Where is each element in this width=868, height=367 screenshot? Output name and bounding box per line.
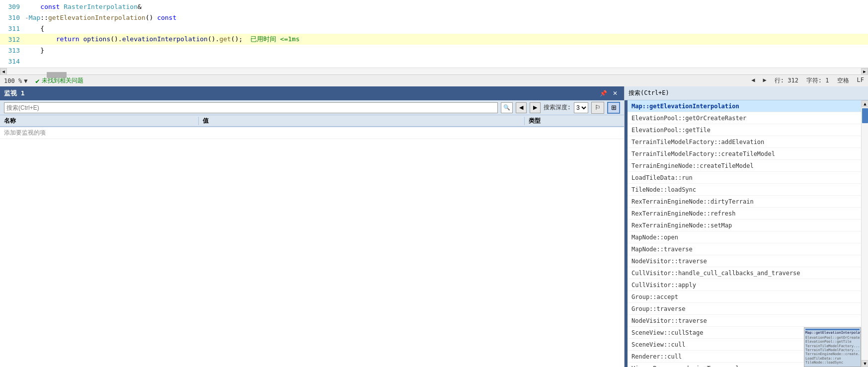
callstack-item[interactable]: TileNode::loadSync — [628, 184, 861, 196]
line-number-311: 311 — [0, 25, 25, 32]
callstack-item[interactable]: TerrainTileModelFactory::addElevation — [628, 136, 861, 148]
code-line-311: 311 { — [0, 23, 868, 34]
col-value-header: 值 — [199, 117, 525, 125]
callstack-item[interactable]: RexTerrainEngineNode::refresh — [628, 208, 861, 220]
watch-panel-header: 监视 1 📌 ✕ — [0, 86, 624, 100]
watch-pin-btn[interactable]: 📌 — [598, 88, 608, 98]
callstack-left-bar — [625, 100, 628, 367]
callstack-item[interactable]: MapNode::open — [628, 231, 861, 243]
add-watch-item-label: 添加要监视的项 — [4, 129, 46, 137]
line-number-309: 309 — [0, 3, 25, 10]
zoom-label: 100 % — [4, 77, 22, 84]
scroll-up-btn[interactable]: ▲ — [862, 100, 868, 107]
status-info: ◀ ▶ 行: 312 字符: 1 空格 LF — [751, 76, 864, 85]
line-content-313: } — [25, 47, 868, 54]
callstack-item[interactable]: ElevationPool::getOrCreateRaster — [628, 112, 861, 124]
callstack-item[interactable]: CullVisitor::apply — [628, 279, 861, 291]
thumbnail-content: Map::getElevationInterpolation Elevation… — [804, 328, 861, 366]
code-line-314: 314 — [0, 56, 868, 67]
code-editor: 309 const RasterInterpolation& 310 -Map:… — [0, 0, 868, 74]
callstack-search-bar: 搜索(Ctrl+E) — [625, 86, 868, 100]
callstack-item[interactable]: ElevationPool::getTile — [628, 124, 861, 136]
watch-table-header: 名称 值 类型 — [0, 115, 624, 127]
callstack-item[interactable]: NodeVisitor::traverse — [628, 315, 861, 327]
callstack-item[interactable]: TerrainTileModelFactory::createTileModel — [628, 148, 861, 160]
col-info: 字符: 1 — [806, 76, 829, 85]
encoding-info: LF — [857, 76, 864, 85]
scroll-down-btn[interactable]: ▼ — [862, 360, 868, 367]
add-watch-item-row[interactable]: 添加要监视的项 — [0, 127, 624, 139]
line-number-314: 314 — [0, 58, 25, 65]
depth-label: 搜索深度: — [544, 103, 571, 112]
callstack-item[interactable]: RexTerrainEngineNode::setMap — [628, 220, 861, 231]
col-type-header: 类型 — [525, 117, 624, 125]
callstack-item[interactable]: NodeVisitor::traverse — [628, 255, 861, 267]
code-line-309: 309 const RasterInterpolation& — [0, 1, 868, 12]
callstack-item[interactable]: RexTerrainEngineNode::dirtyTerrain — [628, 196, 861, 208]
check-icon: ✔ — [35, 77, 39, 85]
status-nav-left[interactable]: ◀ — [751, 76, 755, 85]
no-issues-status: ✔ 未找到相关问题 — [35, 76, 83, 85]
callstack-scrollbar[interactable]: ▲ ▼ — [861, 100, 868, 367]
callstack-item[interactable]: LoadTileData::run — [628, 172, 861, 184]
scroll-track — [862, 107, 868, 360]
callstack-item[interactable]: CullVisitor::handle_cull_callbacks_and_t… — [628, 267, 861, 279]
status-nav-right[interactable]: ▶ — [763, 76, 767, 85]
zoom-control[interactable]: 100 % ▼ — [4, 77, 27, 84]
watch-controls: 📌 ✕ — [598, 88, 620, 98]
expand-btn[interactable]: ⊞ — [607, 102, 620, 114]
depth-select[interactable]: 3 1 2 4 5 — [574, 102, 588, 113]
code-lines: 309 const RasterInterpolation& 310 -Map:… — [0, 1, 868, 67]
space-info: 空格 — [837, 76, 849, 85]
h-scroll-left-btn[interactable]: ◀ — [0, 68, 7, 75]
h-scroll-right-btn[interactable]: ▶ — [861, 68, 868, 75]
line-content-311: { — [25, 25, 868, 32]
h-scroll-thumb — [47, 72, 67, 78]
line-content-310: -Map::getElevationInterpolation() const — [25, 14, 868, 21]
row-info: 行: 312 — [775, 76, 798, 85]
main-area: 监视 1 📌 ✕ 🔍 ◀ ▶ 搜索深度: 3 1 2 4 5 ⚐ ⊞ — [0, 86, 868, 367]
callstack-search-label: 搜索(Ctrl+E) — [629, 89, 669, 97]
line-content-309: const RasterInterpolation& — [25, 3, 868, 10]
status-bar: 100 % ▼ ✔ 未找到相关问题 ◀ ▶ 行: 312 字符: 1 空格 LF — [0, 74, 868, 86]
watch-close-btn[interactable]: ✕ — [610, 88, 620, 98]
callstack-item[interactable]: Map::getElevationInterpolation — [628, 100, 861, 112]
callstack-item[interactable]: Group::accept — [628, 291, 861, 303]
watch-title: 监视 1 — [4, 89, 25, 98]
callstack-item[interactable]: Group::traverse — [628, 303, 861, 315]
filter-btn[interactable]: ⚐ — [591, 102, 604, 114]
callstack-panel: 搜索(Ctrl+E) Map::getElevationInterpolatio… — [625, 86, 868, 367]
line-content-312: return options().elevationInterpolation(… — [25, 35, 868, 44]
line-number-313: 313 — [0, 47, 25, 54]
code-line-312: 312 return options().elevationInterpolat… — [0, 34, 868, 45]
search-icon-btn[interactable]: 🔍 — [501, 102, 513, 113]
col-name-header: 名称 — [0, 117, 199, 125]
code-line-313: 313 } — [0, 45, 868, 56]
watch-panel: 监视 1 📌 ✕ 🔍 ◀ ▶ 搜索深度: 3 1 2 4 5 ⚐ ⊞ — [0, 86, 625, 367]
line-number-312: 312 — [0, 36, 25, 43]
callstack-item[interactable]: MapNode::traverse — [628, 243, 861, 255]
callstack-thumbnail: Map::getElevationInterpolation Elevation… — [804, 327, 861, 367]
no-issues-label: 未找到相关问题 — [42, 76, 83, 85]
editor-h-scrollbar[interactable]: ◀ ▶ — [0, 68, 868, 74]
watch-search-input[interactable] — [4, 102, 498, 113]
line-number-310: 310 — [0, 14, 25, 21]
watch-search-bar: 🔍 ◀ ▶ 搜索深度: 3 1 2 4 5 ⚐ ⊞ — [0, 100, 624, 115]
watch-table-body: 添加要监视的项 — [0, 127, 624, 367]
code-line-310: 310 -Map::getElevationInterpolation() co… — [0, 12, 868, 23]
scroll-thumb — [862, 108, 868, 123]
zoom-dropdown-icon[interactable]: ▼ — [24, 77, 27, 84]
search-prev-btn[interactable]: ◀ — [516, 102, 527, 113]
search-next-btn[interactable]: ▶ — [530, 102, 541, 113]
callstack-item[interactable]: TerrainEngineNode::createTileModel — [628, 160, 861, 172]
